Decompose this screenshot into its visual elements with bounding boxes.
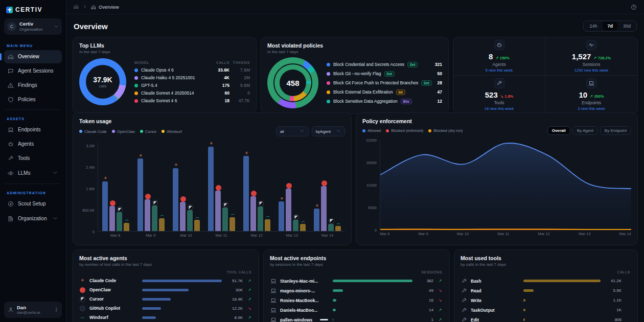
legend-item[interactable]: Blocked (dry run)	[428, 128, 463, 133]
bar-openclaw[interactable]	[286, 183, 291, 231]
token-usage-legend: Claude CodeOpenClawCursorWindsurf	[79, 129, 182, 134]
list-item-bash[interactable]: Bash41.2K	[461, 276, 631, 286]
bar-claude-code[interactable]: ✳	[173, 163, 178, 231]
legend-item[interactable]: Blocked (enforced)	[386, 128, 423, 133]
bar-openclaw[interactable]	[109, 200, 115, 231]
bar-claude-code[interactable]: ✳	[314, 203, 319, 231]
bar-openclaw[interactable]	[250, 191, 256, 231]
legend-item[interactable]: Cursor	[140, 129, 157, 134]
col-calls: CALLS	[208, 60, 229, 65]
list-item-magos-minors-[interactable]: magos-minors-...49↘	[270, 286, 443, 295]
certiv-logo-icon	[6, 7, 13, 13]
list-item-write[interactable]: Write1.1K	[461, 295, 631, 305]
sidebar-item-organization[interactable]: Organization	[4, 212, 62, 226]
laptop-icon	[270, 297, 277, 304]
cursor-icon: ◤	[152, 200, 158, 205]
tab-by-agent[interactable]: By Agent	[572, 126, 598, 135]
list-item-read[interactable]: Read5.5K	[461, 286, 631, 295]
llm-row[interactable]: Claude Opus 4 633.6K7.6M	[134, 66, 250, 74]
list-item-edit[interactable]: Edit806	[461, 315, 631, 322]
bar-cursor[interactable]: ◤	[258, 201, 263, 231]
bar-windsurf[interactable]: ︿	[265, 214, 270, 231]
bar-openclaw[interactable]	[321, 180, 327, 231]
list-item-openclaw[interactable]: OpenClaw30K↗	[79, 285, 252, 294]
breadcrumb-current[interactable]: Overview	[91, 4, 119, 10]
stat-link[interactable]: 5 new this week	[486, 68, 513, 73]
bar-cursor[interactable]: ◤	[222, 202, 228, 231]
range-button-30d[interactable]: 30d	[618, 22, 635, 30]
sidebar-item-endpoints[interactable]: Endpoints	[4, 123, 62, 136]
org-selector[interactable]: C Certiv Organization	[4, 18, 62, 35]
sidebar-item-agents[interactable]: Agents	[4, 137, 62, 151]
bar-claude-code[interactable]: ✳	[279, 196, 284, 231]
list-item-windsurf[interactable]: ︿Windsurf8.9K↗	[79, 313, 252, 322]
stat-link[interactable]: 3 new this week	[578, 106, 605, 111]
policy-row[interactable]: Block Sensitive Data AggregationBhv12	[327, 97, 442, 106]
list-item-stanleys-mac-mi-[interactable]: Stanleys-Mac-mi...382↗	[270, 276, 443, 286]
range-button-7d[interactable]: 7d	[603, 22, 617, 30]
sidebar-item-scout-setup[interactable]: Scout Setup	[4, 197, 62, 211]
sidebar-item-policies[interactable]: Policies	[4, 93, 62, 106]
bar-windsurf[interactable]: ︿	[194, 214, 200, 231]
horizontal-scrollbar[interactable]	[320, 319, 328, 320]
bar-windsurf[interactable]: ︿	[229, 212, 235, 231]
user-menu[interactable]: Dan dan@certiv.ai	[4, 302, 62, 318]
list-item-claude-code[interactable]: ✳Claude Code51.7K↗	[79, 276, 252, 285]
bar-cursor[interactable]: ◤	[152, 200, 157, 231]
help-icon[interactable]	[631, 4, 637, 10]
cursor-icon: ◤	[80, 296, 85, 302]
bar-windsurf[interactable]: ︿	[159, 213, 165, 231]
llm-row[interactable]: Claude Haiku 4 5 202510014K2M	[134, 74, 250, 82]
sidebar-item-overview[interactable]: Overview	[4, 50, 62, 63]
card-subtitle: by calls in the last 7 days	[461, 262, 631, 267]
tab-overall[interactable]: Overall	[547, 126, 570, 135]
bar-openclaw[interactable]	[145, 194, 150, 231]
trend-up-icon: ↗	[246, 279, 252, 283]
legend-item[interactable]: OpenClaw	[112, 129, 135, 134]
policy-row[interactable]: Block External Data ExfiltrationInt47	[327, 87, 442, 97]
scope-select[interactable]: all	[276, 126, 309, 136]
list-item-rosies-macbook-[interactable]: Rosies-MacBook...16↘	[270, 295, 443, 305]
series-dot	[134, 76, 138, 80]
list-item-pallen-windows[interactable]: pallen-windows1↗	[270, 315, 443, 322]
stat-link[interactable]: 18 new this week	[485, 106, 514, 111]
llm-row[interactable]: Claude Sonnet 4 20250514600	[134, 89, 250, 97]
bar-claude-code[interactable]: ✳	[102, 176, 108, 231]
llm-row[interactable]: Claude Sonnet 4 61847.7K	[134, 97, 250, 105]
enforcement-tabs: OverallBy AgentBy Endpoint	[547, 126, 631, 135]
bar-cursor[interactable]: ◤	[117, 206, 122, 231]
sidebar-item-findings[interactable]: Findings	[4, 79, 62, 92]
policy-row[interactable]: Block Git --no-verify FlagDet50	[327, 69, 442, 78]
legend-item[interactable]: Windsurf	[162, 129, 182, 134]
kebab-menu-icon[interactable]	[54, 305, 59, 314]
legend-item[interactable]: Allowed	[362, 128, 381, 133]
list-item-taskoutput[interactable]: TaskOutput1K	[461, 305, 631, 315]
group-by-select[interactable]: byAgent	[312, 126, 345, 136]
policy-row[interactable]: Block Git Force Push to Protected Branch…	[327, 78, 442, 87]
bar-openclaw[interactable]	[215, 185, 221, 231]
bar-cursor[interactable]: ◤	[293, 214, 298, 231]
bar-cursor[interactable]: ◤	[187, 204, 193, 231]
range-button-24h[interactable]: 24h	[585, 22, 602, 30]
sidebar-item-agent-sessions[interactable]: Agent Sessions	[4, 64, 62, 78]
policy-row[interactable]: Block Credential and Secrets AccessDet32…	[327, 60, 442, 69]
tab-by-endpoint[interactable]: By Endpoint	[600, 126, 631, 135]
bar-windsurf[interactable]: ︿	[124, 217, 129, 231]
list-item-cursor[interactable]: ◤Cursor18.4K↗	[79, 294, 252, 304]
stat-link[interactable]: 1292 new this week	[574, 68, 608, 73]
home-icon[interactable]	[74, 4, 79, 10]
bar-windsurf[interactable]: ︿	[300, 218, 306, 231]
list-item-github-copilot[interactable]: GitHub Copilot12.2K↘	[79, 304, 252, 313]
bar-claude-code[interactable]: ✳	[137, 153, 143, 231]
bar-windsurf[interactable]: ︿	[335, 220, 341, 231]
list-item-daniels-macboo-[interactable]: Daniels-MacBoo...14↗	[270, 305, 443, 315]
bar-cursor[interactable]: ◤	[328, 218, 334, 231]
sidebar-item-llms[interactable]: LLMs	[4, 166, 62, 180]
trend-up-icon: ↗ 200%	[590, 94, 604, 99]
bar-claude-code[interactable]: ✳	[208, 141, 214, 231]
bar-openclaw[interactable]	[180, 196, 186, 231]
legend-item[interactable]: Claude Code	[79, 129, 107, 134]
bar-claude-code[interactable]: ✳	[243, 150, 249, 231]
llm-row[interactable]: GPT-5.41759.6M	[134, 82, 250, 89]
sidebar-item-tools[interactable]: Tools	[4, 152, 62, 165]
